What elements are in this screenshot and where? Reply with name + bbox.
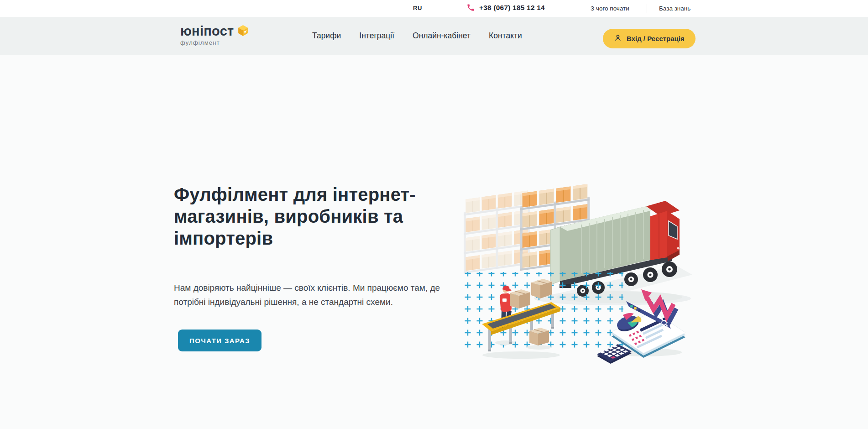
nav-item-online-cabinet[interactable]: Онлайн-кабінет	[413, 31, 471, 41]
phone-icon	[466, 3, 475, 12]
topbar-link-knowledge-base[interactable]: База знань	[659, 5, 690, 12]
box-illustration	[510, 289, 530, 309]
logo-title: юніпост	[180, 24, 234, 38]
logo[interactable]: юніпост фулфілмент	[180, 24, 249, 46]
phone-number: +38 (067) 185 12 14	[479, 4, 545, 12]
hero-illustration	[462, 184, 692, 367]
nav-item-tariffs[interactable]: Тарифи	[312, 31, 341, 41]
page-title: Фулфілмент для інтернет- магазинів, виро…	[174, 183, 416, 249]
login-register-label: Вхід / Реєстрація	[627, 35, 685, 42]
phone-link[interactable]: +38 (067) 185 12 14	[466, 3, 545, 12]
start-now-button[interactable]: ПОЧАТИ ЗАРАЗ	[178, 330, 261, 351]
floor-box-illustration	[527, 328, 551, 350]
topbar: RU +38 (067) 185 12 14 З чого почати Баз…	[0, 0, 868, 17]
cube-icon	[237, 24, 249, 39]
nav-item-integrations[interactable]: Інтеграції	[359, 31, 394, 41]
main-nav: Тарифи Інтеграції Онлайн-кабінет Контакт…	[312, 17, 522, 55]
hero-description: Нам довіряють найцінніше — своїх клієнті…	[174, 281, 440, 309]
topbar-link-how-to-start[interactable]: З чого почати	[591, 5, 629, 12]
user-icon	[614, 34, 622, 43]
logo-subtitle: фулфілмент	[180, 39, 249, 46]
login-register-button[interactable]: Вхід / Реєстрація	[603, 29, 695, 48]
site-header: юніпост фулфілмент Тарифи Інтеграції Онл…	[0, 17, 868, 55]
warehouse-rack-back-illustration	[464, 190, 530, 273]
nav-item-contacts[interactable]: Контакти	[489, 31, 522, 41]
topbar-divider	[647, 4, 647, 13]
language-switcher[interactable]: RU	[413, 5, 422, 11]
